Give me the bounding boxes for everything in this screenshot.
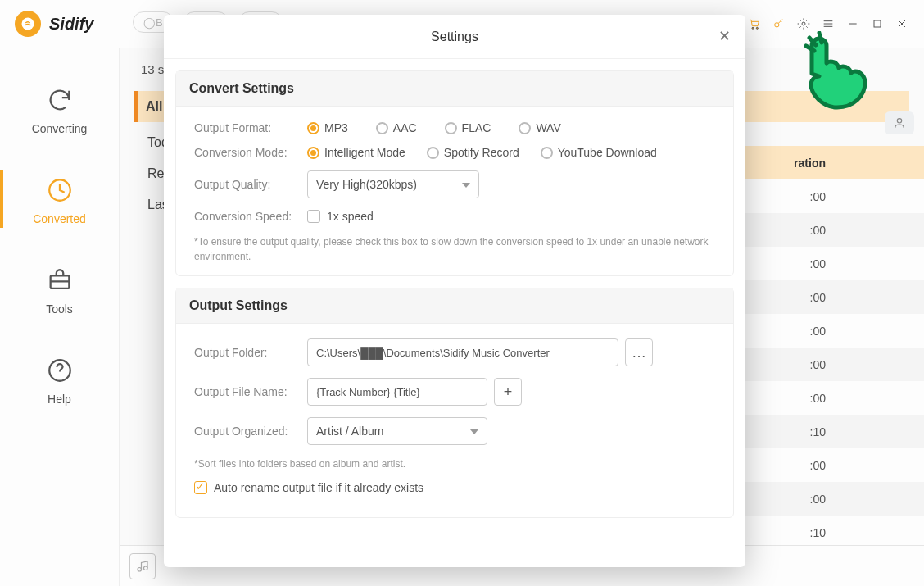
output-folder-label: Output Folder: <box>194 346 307 359</box>
svg-point-4 <box>802 22 805 25</box>
output-folder-field[interactable]: C:\Users\███\Documents\Sidify Music Conv… <box>307 338 618 366</box>
output-format-group: MP3 AAC FLAC WAV <box>307 121 561 134</box>
mode-intelligent-radio[interactable]: Intelligent Mode <box>307 146 405 159</box>
panel-title: Output Settings <box>176 288 733 324</box>
tutorial-hand-icon <box>795 31 876 113</box>
modal-header: Settings ✕ <box>164 15 745 59</box>
output-organized-label: Output Organized: <box>194 425 307 438</box>
format-mp3-radio[interactable]: MP3 <box>307 121 348 134</box>
add-token-button[interactable]: + <box>494 378 522 406</box>
conversion-mode-label: Conversion Mode: <box>194 146 307 159</box>
table-row[interactable]: :00 <box>744 247 924 280</box>
app-brand: Sidify <box>49 15 93 34</box>
settings-modal: Settings ✕ Convert Settings Output Forma… <box>164 15 745 567</box>
key-icon[interactable] <box>767 11 791 36</box>
svg-rect-5 <box>874 20 881 27</box>
table-row[interactable]: :00 <box>744 213 924 247</box>
mode-spotify-radio[interactable]: Spotify Record <box>427 146 519 159</box>
table-row[interactable]: :00 <box>744 448 924 482</box>
toolbox-icon <box>43 263 77 298</box>
conversion-mode-group: Intelligent Mode Spotify Record YouTube … <box>307 146 657 159</box>
table-row[interactable]: :00 <box>744 280 924 314</box>
svg-point-11 <box>144 566 148 570</box>
svg-point-2 <box>756 27 758 29</box>
modal-close-button[interactable]: ✕ <box>714 26 734 46</box>
output-organized-select[interactable]: Artist / Album <box>307 417 487 445</box>
column-header: ration <box>744 146 924 179</box>
format-wav-radio[interactable]: WAV <box>519 121 560 134</box>
music-icon[interactable] <box>129 553 156 579</box>
output-quality-select[interactable]: Very High(320kbps) <box>307 170 479 198</box>
app-logo <box>15 11 41 37</box>
output-filename-field[interactable]: {Track Number} {Title} <box>307 378 487 406</box>
refresh-icon <box>43 83 77 117</box>
close-button[interactable] <box>890 11 914 36</box>
duration-column: ration :00 :00 :00 :00 :00 :00 :00 :10 :… <box>744 146 924 583</box>
sidebar-item-help[interactable]: Help <box>0 334 119 425</box>
sort-note: *Sort files into folders based on album … <box>194 457 715 471</box>
sidebar-item-label: Help <box>48 393 71 406</box>
sidebar-item-label: Tools <box>46 302 73 316</box>
auto-rename-checkbox[interactable]: Auto rename output file if it already ex… <box>194 481 424 494</box>
svg-point-3 <box>775 23 779 27</box>
sidebar-item-label: Converting <box>32 122 88 135</box>
speed-1x-checkbox[interactable]: 1x speed <box>307 210 374 223</box>
sidebar-item-tools[interactable]: Tools <box>0 244 119 334</box>
sidebar-item-converted[interactable]: Converted <box>0 154 119 244</box>
clock-icon <box>43 173 77 207</box>
mode-youtube-radio[interactable]: YouTube Download <box>541 146 657 159</box>
table-row[interactable]: :00 <box>744 348 924 381</box>
cart-icon[interactable] <box>742 11 767 36</box>
sidebar-item-converting[interactable]: Converting <box>0 64 119 154</box>
panel-title: Convert Settings <box>176 71 733 107</box>
browse-folder-button[interactable]: … <box>625 338 653 366</box>
modal-title: Settings <box>431 30 478 44</box>
convert-settings-panel: Convert Settings Output Format: MP3 AAC … <box>175 70 734 276</box>
format-flac-radio[interactable]: FLAC <box>445 121 491 134</box>
speed-note: *To ensure the output quality, please ch… <box>194 234 715 264</box>
help-icon <box>43 353 77 388</box>
format-aac-radio[interactable]: AAC <box>376 121 417 134</box>
table-row[interactable]: :00 <box>744 482 924 516</box>
output-filename-label: Output File Name: <box>194 385 307 398</box>
conversion-speed-label: Conversion Speed: <box>194 210 307 223</box>
output-settings-panel: Output Settings Output Folder: C:\Users\… <box>175 288 734 518</box>
output-format-label: Output Format: <box>194 121 307 134</box>
svg-point-1 <box>752 27 754 29</box>
sidebar-item-label: Converted <box>33 212 86 225</box>
svg-point-10 <box>138 567 142 571</box>
user-badge[interactable] <box>885 111 914 134</box>
table-row[interactable]: :00 <box>744 381 924 415</box>
table-row[interactable]: :10 <box>744 516 924 549</box>
table-row[interactable]: :10 <box>744 415 924 448</box>
table-row[interactable]: :00 <box>744 179 924 213</box>
output-quality-label: Output Quality: <box>194 178 307 191</box>
table-row[interactable]: :00 <box>744 314 924 348</box>
svg-point-9 <box>897 119 901 123</box>
sidebar: Converting Converted Tools Help <box>0 48 120 586</box>
